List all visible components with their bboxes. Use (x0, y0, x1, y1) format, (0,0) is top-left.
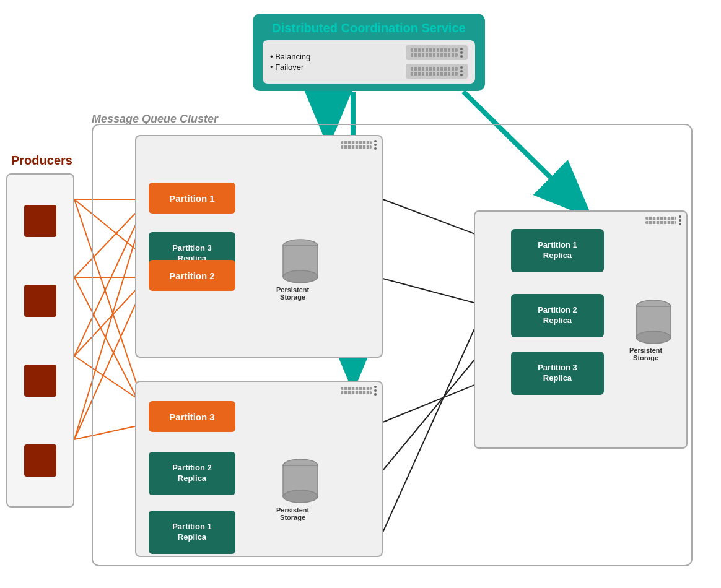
partition-3-btn[interactable]: Partition 3 (149, 401, 235, 432)
dcs-storage (406, 45, 468, 79)
broker-right-dots (679, 215, 681, 225)
dcs-inner: • Balancing • Failover (263, 40, 475, 84)
broker-right-hbar (645, 215, 681, 225)
dcs-title: Distributed Coordination Service (263, 21, 475, 35)
p2r-right-label: Partition 2 Replica (538, 305, 577, 326)
p2r-bottom-label: Partition 2 Replica (172, 463, 212, 484)
producers-box (6, 173, 74, 508)
bt-dot3 (374, 147, 377, 150)
dcs-sdot1 (460, 48, 463, 50)
p1r-right-label: Partition 1 Replica (538, 240, 577, 261)
bt-dot1 (374, 140, 377, 142)
dcs-sdot4 (460, 66, 463, 69)
hbar-line-6 (645, 221, 676, 224)
br-dot3 (679, 223, 681, 225)
producer-4 (24, 444, 56, 477)
dcs-storage-bars2 (411, 67, 458, 76)
p1r-bottom-label: Partition 1 Replica (172, 522, 212, 543)
dcs-sdot3 (460, 55, 463, 58)
dcs-sbar3 (411, 67, 458, 71)
bb-dot3 (374, 393, 377, 396)
partition-1-replica-right-btn[interactable]: Partition 1 Replica (511, 229, 604, 272)
dcs-sdot5 (460, 70, 463, 72)
dcs-bullet2: • Failover (270, 63, 398, 72)
p3r-right-label: Partition 3 Replica (538, 363, 577, 384)
ps-label-top: PersistentStorage (276, 286, 309, 301)
broker-bottom-header (136, 382, 382, 399)
bb-dot2 (374, 389, 377, 392)
br-dot1 (679, 215, 681, 218)
producer-1 (24, 205, 56, 237)
dcs-sdot2 (460, 51, 463, 54)
dcs-storage-row1 (406, 45, 468, 60)
partition-2-replica-bottom-btn[interactable]: Partition 2 Replica (149, 452, 235, 495)
svg-point-37 (636, 331, 671, 344)
broker-bottom-hbar-lines (341, 387, 372, 394)
dcs-storage-bars1 (411, 48, 458, 57)
svg-point-34 (283, 490, 318, 503)
dcs-sbar4 (411, 72, 458, 76)
storage-cyl-top (282, 238, 319, 287)
broker-top-hbar (341, 140, 377, 150)
diagram-container: Distributed Coordination Service • Balan… (0, 0, 721, 588)
dcs-storage-dots2 (460, 66, 463, 76)
storage-cyl-right (635, 299, 672, 348)
svg-point-31 (283, 270, 318, 283)
partition-3-replica-right-btn[interactable]: Partition 3 Replica (511, 352, 604, 395)
dcs-storage-dots1 (460, 48, 463, 58)
dcs-box: Distributed Coordination Service • Balan… (253, 14, 485, 91)
dcs-bullet1: • Balancing (270, 52, 398, 61)
ps-label-right: PersistentStorage (629, 347, 662, 361)
p3-label: Partition 3 (169, 412, 214, 422)
producers-title: Producers (11, 153, 72, 168)
broker-bottom-hbar (341, 386, 377, 396)
broker-bottom-dots (374, 386, 377, 396)
dcs-sdot6 (460, 74, 463, 76)
partition-1-btn[interactable]: Partition 1 (149, 183, 235, 214)
dcs-sbar2 (411, 53, 458, 57)
br-dot2 (679, 219, 681, 222)
broker-top-header (136, 136, 382, 153)
bb-dot1 (374, 386, 377, 388)
dcs-bullets: • Balancing • Failover (270, 51, 398, 73)
dcs-storage-row2 (406, 64, 468, 79)
hbar-line-3 (341, 387, 372, 390)
broker-right-header (475, 212, 686, 229)
broker-right-hbar-lines (645, 217, 676, 224)
partition-2-btn[interactable]: Partition 2 (149, 260, 235, 291)
dcs-sbar1 (411, 48, 458, 52)
broker-top-hbar-lines (341, 141, 372, 149)
storage-cyl-bottom (282, 458, 319, 507)
producer-2 (24, 285, 56, 317)
partition-2-replica-right-btn[interactable]: Partition 2 Replica (511, 294, 604, 337)
hbar-line-2 (341, 145, 372, 149)
hbar-line-4 (341, 391, 372, 394)
broker-top-dots (374, 140, 377, 150)
hbar-line-1 (341, 141, 372, 144)
hbar-line-5 (645, 217, 676, 220)
bt-dot2 (374, 144, 377, 146)
producer-3 (24, 365, 56, 397)
partition-1-replica-bottom-btn[interactable]: Partition 1 Replica (149, 511, 235, 554)
ps-label-bottom: PersistentStorage (276, 506, 309, 521)
